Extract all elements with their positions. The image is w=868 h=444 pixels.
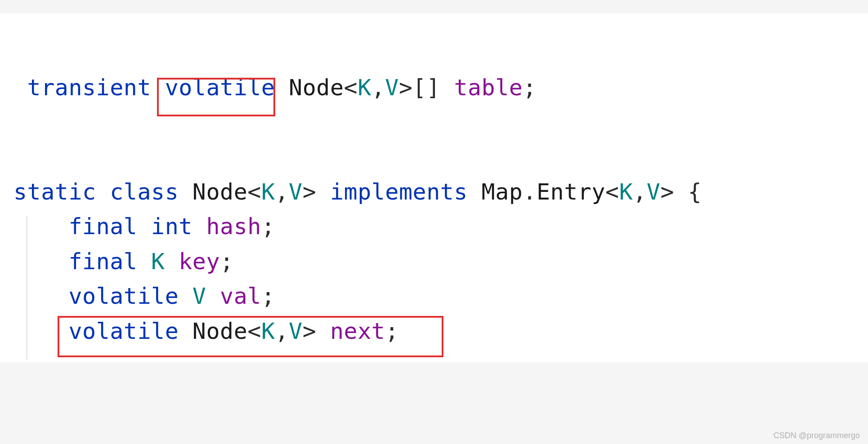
keyword-final: final	[68, 213, 137, 240]
keyword-implements: implements	[330, 179, 468, 205]
indent	[13, 249, 68, 275]
indent	[13, 213, 68, 240]
generic-close: >	[303, 179, 317, 205]
type-v: V	[289, 179, 303, 205]
keyword-transient: transient	[27, 75, 151, 101]
keyword-volatile: volatile	[165, 75, 275, 101]
code-line-6: volatile Node<K,V> next;	[13, 314, 855, 349]
type-node: Node	[192, 318, 247, 344]
semicolon: ;	[385, 318, 399, 344]
comma: ,	[275, 179, 289, 205]
var-table: table	[454, 75, 523, 101]
keyword-volatile: volatile	[68, 283, 179, 309]
semicolon: ;	[261, 283, 275, 309]
keyword-volatile: volatile	[68, 318, 179, 344]
blank-line	[13, 36, 855, 71]
keyword-int: int	[151, 213, 192, 240]
var-hash: hash	[206, 213, 261, 240]
type-v: V	[385, 75, 399, 101]
var-next: next	[330, 318, 385, 344]
type-entry: Entry	[537, 179, 605, 205]
indent	[13, 318, 68, 344]
code-block: transient volatile Node<K,V>[] table; st…	[0, 13, 868, 362]
comma: ,	[275, 318, 289, 344]
dot: .	[523, 179, 537, 205]
comma: ,	[371, 75, 385, 101]
semicolon: ;	[220, 249, 234, 275]
var-key: key	[179, 249, 220, 275]
blank-line	[13, 106, 855, 140]
generic-close: >	[303, 318, 317, 344]
indent-guide	[26, 216, 27, 360]
type-map: Map	[482, 179, 523, 205]
type-k: K	[619, 179, 633, 205]
code-line-1: transient volatile Node<K,V>[] table;	[13, 71, 855, 106]
type-v: V	[289, 318, 303, 344]
var-val: val	[220, 283, 261, 309]
array-brackets: []	[413, 75, 440, 101]
keyword-class: class	[110, 179, 179, 205]
generic-close: >	[660, 179, 674, 205]
type-node: Node	[192, 179, 247, 205]
type-v: V	[192, 283, 206, 309]
code-line-5: volatile V val;	[13, 279, 855, 314]
generic-close: >	[399, 75, 413, 101]
type-k: K	[261, 318, 275, 344]
type-v: V	[647, 179, 661, 205]
type-k: K	[358, 75, 371, 101]
keyword-static: static	[13, 179, 96, 205]
watermark: CSDN @programmergo	[774, 431, 860, 440]
code-line-3: final int hash;	[13, 209, 855, 244]
type-k: K	[261, 179, 275, 205]
generic-open: <	[605, 179, 619, 205]
indent	[13, 283, 68, 309]
brace-open: {	[688, 179, 702, 205]
generic-open: <	[247, 179, 261, 205]
type-k: K	[151, 249, 165, 275]
semicolon: ;	[261, 213, 275, 240]
comma: ,	[633, 179, 647, 205]
type-node: Node	[289, 75, 344, 101]
generic-open: <	[344, 75, 358, 101]
code-line-2: static class Node<K,V> implements Map.En…	[13, 175, 855, 210]
generic-open: <	[247, 318, 261, 344]
blank-line	[13, 140, 855, 175]
code-line-4: final K key;	[13, 244, 855, 280]
keyword-final: final	[68, 249, 137, 275]
semicolon: ;	[523, 75, 537, 101]
